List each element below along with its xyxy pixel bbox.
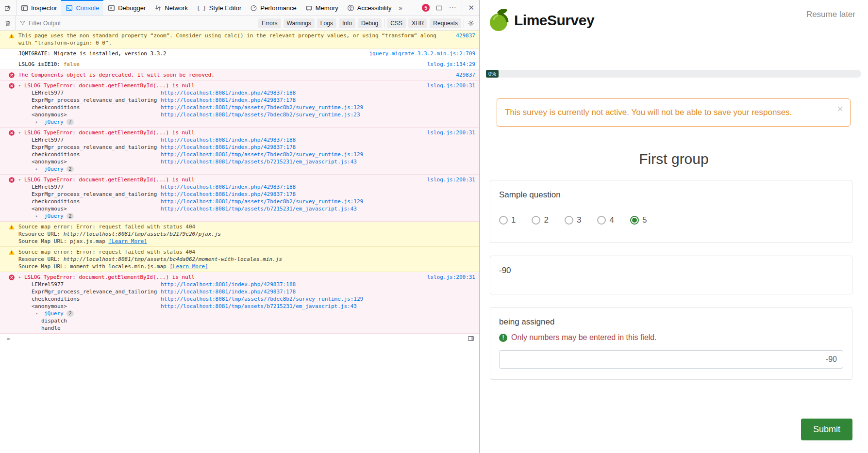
source-location-link[interactable]: 429837 <box>456 71 475 79</box>
expand-arrow-icon[interactable]: ▸ <box>35 165 41 173</box>
numeric-input[interactable] <box>499 350 843 369</box>
question-text: Sample question <box>499 190 843 200</box>
devtools-panel: Inspector Console Debugger Network { } S… <box>0 0 480 453</box>
stack-source-link[interactable]: http://localhost:8081/index.php/429837:1… <box>161 89 296 97</box>
source-location-link[interactable]: lslog.js:200:31 <box>427 176 475 183</box>
stack-source-link[interactable]: http://localhost:8081/tmp/assets/b721523… <box>161 205 357 212</box>
source-location-link[interactable]: lslog.js:200:31 <box>427 82 475 89</box>
radio-option-3[interactable]: 3 <box>565 215 581 225</box>
console-error-row: The Components object is deprecated. It … <box>0 70 479 81</box>
expand-arrow-icon[interactable]: ▸ <box>18 129 24 136</box>
expand-arrow-icon[interactable]: ▸ <box>35 212 41 220</box>
console-command-input[interactable] <box>18 335 475 342</box>
learn-more-link[interactable]: [Learn More] <box>169 263 208 270</box>
stack-source-link[interactable]: http://localhost:8081/tmp/assets/b721523… <box>161 303 357 310</box>
clear-console-button[interactable] <box>0 16 16 30</box>
stack-source-link[interactable]: http://localhost:8081/tmp/assets/b721523… <box>161 158 357 165</box>
filter-info-button[interactable]: Info <box>339 18 355 28</box>
stack-source-link[interactable]: http://localhost:8081/index.php/429837:1… <box>161 183 296 191</box>
radio-unselected-icon[interactable] <box>565 216 573 225</box>
tab-network[interactable]: Network <box>150 0 192 16</box>
learn-more-link[interactable]: [Learn More] <box>108 238 147 244</box>
source-location-link[interactable]: 429837 <box>456 32 475 39</box>
expand-arrow-icon[interactable]: ▾ <box>35 310 41 317</box>
stack-source-link[interactable]: http://localhost:8081/index.php/429837:1… <box>161 144 296 151</box>
stack-source-link[interactable]: http://localhost:8081/tmp/assets/7bdec8b… <box>161 151 363 158</box>
filter-requests-button[interactable]: Requests <box>430 18 461 28</box>
tab-label: Debugger <box>118 4 146 12</box>
tab-inspector[interactable]: Inspector <box>17 0 61 16</box>
filter-css-button[interactable]: CSS <box>387 18 406 28</box>
close-devtools-button[interactable]: ✕ <box>468 3 474 12</box>
submit-button[interactable]: Submit <box>801 419 852 440</box>
tab-label: Performance <box>260 4 296 12</box>
error-icon <box>8 274 15 281</box>
stack-source-link[interactable]: http://localhost:8081/index.php/429837:1… <box>161 281 296 288</box>
source-location-link[interactable]: lslog.js:200:31 <box>427 274 475 281</box>
stack-frame: checkconditionshttp://localhost:8081/tmp… <box>18 198 475 205</box>
source-location-link[interactable]: jquery-migrate-3.3.2.min.js:2:709 <box>369 50 475 57</box>
responsive-mode-button[interactable] <box>435 4 443 12</box>
error-count-badge[interactable]: 5 <box>422 4 430 12</box>
source-location-link[interactable]: lslog.js:134:29 <box>427 61 475 68</box>
expand-arrow-icon[interactable]: ▸ <box>35 118 41 126</box>
stack-group-name[interactable]: jQuery <box>44 310 64 317</box>
tab-accessibility[interactable]: Accessibility <box>343 0 396 16</box>
resume-later-link[interactable]: Resume later <box>806 10 855 19</box>
source-location-link[interactable]: lslog.js:200:31 <box>427 129 475 136</box>
filter-output-input[interactable] <box>29 20 254 27</box>
inspector-icon <box>21 4 28 12</box>
radio-unselected-icon[interactable] <box>597 216 606 225</box>
radio-option-label: 4 <box>609 215 614 225</box>
stack-source-link[interactable]: http://localhost:8081/index.php/429837:1… <box>161 288 296 295</box>
stack-source-link[interactable]: http://localhost:8081/index.php/429837:1… <box>161 191 296 198</box>
filter-logs-button[interactable]: Logs <box>317 18 336 28</box>
filter-xhr-button[interactable]: XHR <box>408 18 427 28</box>
filter-debug-button[interactable]: Debug <box>358 18 382 28</box>
more-tools-button[interactable]: » <box>396 0 405 16</box>
stack-source-link[interactable]: http://localhost:8081/tmp/assets/7bdec8b… <box>161 104 363 111</box>
alert-close-icon[interactable]: × <box>837 104 843 114</box>
expand-arrow-icon[interactable]: ▸ <box>18 176 24 183</box>
stack-source-link[interactable]: http://localhost:8081/tmp/assets/7bdec8b… <box>161 198 363 205</box>
radio-option-5[interactable]: 5 <box>630 215 647 225</box>
expand-arrow-icon[interactable]: ▸ <box>18 274 24 281</box>
group-title: First group <box>480 151 868 167</box>
stack-source-link[interactable]: http://localhost:8081/index.php/429837:1… <box>161 136 296 144</box>
tab-debugger[interactable]: Debugger <box>103 0 150 16</box>
stack-source-link[interactable]: http://localhost:8081/tmp/assets/7bdec8b… <box>161 295 363 303</box>
question-card-minus90: -90 <box>490 256 852 294</box>
survey-header: LimeSurvey Resume later <box>480 0 868 36</box>
radio-unselected-icon[interactable] <box>499 216 508 225</box>
stack-group-name[interactable]: jQuery <box>44 165 64 173</box>
tab-console[interactable]: Console <box>61 0 103 16</box>
console-settings-button[interactable] <box>467 20 475 27</box>
radio-group: 12345 <box>499 215 843 225</box>
expand-arrow-icon[interactable]: ▸ <box>18 82 24 89</box>
devtools-menu-button[interactable]: ⋯ <box>449 3 456 12</box>
stack-frame: dispatch <box>18 317 475 324</box>
stack-source-link[interactable]: http://localhost:8081/index.php/429837:1… <box>161 97 296 104</box>
divider <box>384 19 384 28</box>
stack-group-row: ▾jQuery2 <box>18 310 475 317</box>
radio-option-2[interactable]: 2 <box>532 215 548 225</box>
tab-performance[interactable]: Performance <box>246 0 300 16</box>
node-picker-button[interactable] <box>0 0 17 16</box>
radio-option-1[interactable]: 1 <box>499 215 516 225</box>
tab-memory[interactable]: Memory <box>301 0 343 16</box>
filter-errors-button[interactable]: Errors <box>258 18 281 28</box>
console-sidebar-toggle-button[interactable] <box>467 335 474 342</box>
stack-function-name: <anonymous> <box>32 111 161 118</box>
filter-warnings-button[interactable]: Warnings <box>284 18 315 28</box>
stack-frame: LEMrel5977http://localhost:8081/index.ph… <box>18 183 475 191</box>
stack-source-link[interactable]: http://localhost:8081/tmp/assets/7bdec8b… <box>161 111 360 118</box>
stack-frame: ExprMgr_process_relevance_and_tailoringh… <box>18 144 475 151</box>
radio-unselected-icon[interactable] <box>532 216 540 225</box>
stack-group-name[interactable]: jQuery <box>44 118 64 126</box>
tab-style-editor[interactable]: { } Style Editor <box>192 0 246 16</box>
radio-option-4[interactable]: 4 <box>597 215 614 225</box>
stack-group-name[interactable]: jQuery <box>44 212 64 220</box>
question-card-sample: Sample question 12345 <box>490 180 852 243</box>
radio-selected-icon[interactable] <box>630 216 639 225</box>
console-input-row[interactable]: » <box>0 334 479 344</box>
